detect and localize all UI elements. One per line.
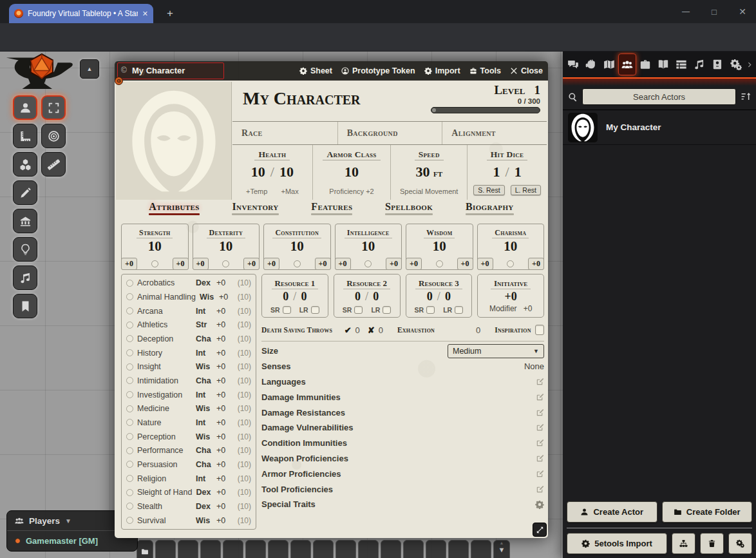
size-select[interactable]: Medium▼ bbox=[448, 344, 544, 358]
skill-proficiency-radio[interactable] bbox=[126, 475, 133, 482]
skill-row[interactable]: HistoryInt+0(10) bbox=[122, 346, 256, 360]
death-success-value[interactable]: 0 bbox=[355, 325, 360, 335]
configure-button[interactable] bbox=[728, 533, 752, 554]
skill-row[interactable]: MedicineWis+0(10) bbox=[122, 402, 256, 416]
macro-slot[interactable] bbox=[381, 540, 401, 558]
skill-row[interactable]: ArcanaInt+0(10) bbox=[122, 304, 256, 318]
search-actors-input[interactable] bbox=[582, 88, 736, 105]
page-down-icon[interactable]: ▼ bbox=[498, 546, 506, 553]
window-maximize-button[interactable]: □ bbox=[703, 0, 725, 23]
ability-score[interactable]: 10 bbox=[335, 238, 402, 255]
wall-controls[interactable] bbox=[13, 209, 37, 233]
folder-tree-button[interactable] bbox=[672, 533, 695, 554]
ruler-tool[interactable] bbox=[41, 152, 66, 177]
macro-slot[interactable] bbox=[471, 540, 491, 558]
macro-slot[interactable] bbox=[335, 540, 356, 558]
death-success-icon[interactable]: ✔ bbox=[345, 325, 352, 335]
tab-biography[interactable]: Biography bbox=[466, 201, 514, 215]
max-label[interactable]: +Max bbox=[281, 188, 298, 195]
proficiency-toggle[interactable] bbox=[507, 260, 514, 267]
skill-proficiency-radio[interactable] bbox=[126, 405, 133, 412]
resource-value[interactable]: 0/0 bbox=[406, 290, 472, 303]
gear-icon[interactable] bbox=[535, 500, 544, 509]
edit-icon[interactable] bbox=[536, 378, 544, 386]
page-up-icon[interactable]: ▲ bbox=[500, 541, 504, 546]
detail-field-race[interactable]: Race bbox=[232, 122, 337, 144]
token-controls[interactable] bbox=[13, 95, 37, 120]
lr-checkbox[interactable] bbox=[383, 306, 391, 314]
prototype-token-button[interactable]: Prototype Token bbox=[341, 66, 415, 75]
macro-slot[interactable] bbox=[448, 540, 469, 558]
ability-save[interactable]: +0 bbox=[315, 258, 331, 270]
tab-attributes[interactable]: Attributes bbox=[149, 201, 200, 215]
ability-mod[interactable]: +0 bbox=[193, 258, 209, 270]
skill-proficiency-radio[interactable] bbox=[126, 363, 133, 370]
edit-icon[interactable] bbox=[536, 409, 544, 417]
skill-proficiency-radio[interactable] bbox=[126, 377, 133, 384]
skill-proficiency-radio[interactable] bbox=[126, 391, 133, 398]
skill-row[interactable]: SurvivalWis+0(10) bbox=[122, 514, 256, 527]
xp-value[interactable]: 0 / 300 bbox=[431, 97, 540, 105]
macro-slot[interactable] bbox=[403, 540, 424, 558]
game-canvas[interactable]: ▲ Players ▼ Gamemaster [GM] ▲▼ My Scene … bbox=[0, 52, 756, 558]
skill-row[interactable]: StealthDex+0(10) bbox=[122, 499, 256, 513]
detail-field-alignment[interactable]: Alignment bbox=[442, 122, 547, 144]
target-tool[interactable] bbox=[41, 124, 66, 148]
death-failure-value[interactable]: 0 bbox=[379, 325, 383, 335]
sound-controls[interactable] bbox=[13, 265, 37, 290]
ability-save[interactable]: +0 bbox=[386, 258, 402, 270]
macro-slot[interactable] bbox=[223, 540, 243, 558]
actors-tab[interactable] bbox=[618, 53, 636, 75]
lr-checkbox[interactable] bbox=[455, 306, 463, 314]
skill-proficiency-radio[interactable] bbox=[126, 447, 133, 454]
tab-inventory[interactable]: Inventory bbox=[232, 201, 278, 215]
macro-folder-button[interactable] bbox=[137, 540, 153, 558]
skill-row[interactable]: AcrobaticsDex+0(10) bbox=[122, 276, 256, 290]
macro-slot[interactable] bbox=[178, 540, 198, 558]
settings-tab[interactable] bbox=[726, 53, 744, 75]
ability-save[interactable]: +0 bbox=[457, 258, 473, 270]
srest-button[interactable]: S. Rest bbox=[473, 185, 504, 195]
skill-row[interactable]: AthleticsStr+0(10) bbox=[122, 318, 256, 332]
collapse-sidebar-button[interactable] bbox=[745, 53, 755, 75]
skill-row[interactable]: DeceptionCha+0(10) bbox=[122, 332, 256, 345]
combat-tab[interactable] bbox=[582, 53, 600, 75]
character-name-field[interactable]: My Character bbox=[243, 88, 361, 109]
skill-proficiency-radio[interactable] bbox=[126, 293, 133, 300]
skill-proficiency-radio[interactable] bbox=[126, 419, 133, 426]
close-button[interactable]: Close bbox=[510, 66, 543, 75]
macro-slot[interactable] bbox=[268, 540, 288, 558]
skill-proficiency-radio[interactable] bbox=[126, 433, 133, 440]
skill-row[interactable]: Sleight of HandDex+0(10) bbox=[122, 486, 256, 499]
skill-row[interactable]: InsightWis+0(10) bbox=[122, 360, 256, 374]
sr-checkbox[interactable] bbox=[283, 306, 291, 314]
death-failure-icon[interactable]: ✘ bbox=[368, 325, 375, 335]
foundry-logo[interactable] bbox=[4, 53, 77, 94]
tile-controls[interactable] bbox=[13, 152, 37, 177]
armor-class-value[interactable]: 10 bbox=[313, 164, 390, 180]
tables-tab[interactable] bbox=[672, 53, 690, 75]
proficiency-toggle[interactable] bbox=[364, 260, 372, 267]
create-folder-button[interactable]: Create Folder bbox=[662, 501, 753, 523]
skill-row[interactable]: NatureInt+0(10) bbox=[122, 416, 256, 429]
ability-score[interactable]: 10 bbox=[406, 238, 473, 255]
5etools-import-button[interactable]: 5etools Import bbox=[567, 533, 667, 554]
ability-mod[interactable]: +0 bbox=[263, 258, 279, 270]
proficiency-toggle[interactable] bbox=[294, 260, 301, 267]
ability-save[interactable]: +0 bbox=[528, 258, 544, 270]
window-minimize-button[interactable]: — bbox=[675, 0, 697, 23]
browser-tab[interactable]: Foundry Virtual Tabletop • A Stan ✕ bbox=[9, 4, 153, 23]
ability-save[interactable]: +0 bbox=[243, 258, 260, 270]
ability-mod[interactable]: +0 bbox=[121, 258, 137, 270]
skill-row[interactable]: PerceptionWis+0(10) bbox=[122, 430, 256, 443]
edit-icon[interactable] bbox=[536, 393, 544, 401]
lrest-button[interactable]: L. Rest bbox=[511, 185, 541, 195]
drawing-controls[interactable] bbox=[13, 180, 37, 205]
edit-icon[interactable] bbox=[536, 439, 544, 447]
ability-score[interactable]: 10 bbox=[264, 238, 330, 255]
macro-slot[interactable] bbox=[313, 540, 334, 558]
skill-row[interactable]: IntimidationCha+0(10) bbox=[122, 374, 256, 387]
ability-score[interactable]: 10 bbox=[478, 238, 544, 255]
skill-row[interactable]: Animal HandlingWis+0(10) bbox=[122, 290, 256, 303]
skill-row[interactable]: InvestigationInt+0(10) bbox=[122, 388, 256, 401]
